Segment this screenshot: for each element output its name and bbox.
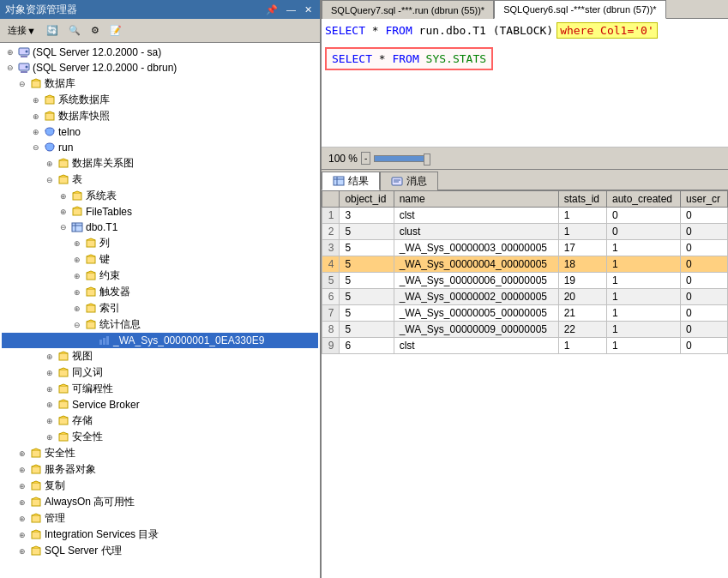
object-explorer-panel: 对象资源管理器 📌 — ✕ 连接 ▼ 🔄 🔍 ⚙ 📝 ⊕ — [0, 0, 322, 578]
expand-telno[interactable]: ⊕ — [29, 125, 43, 139]
expand-security[interactable]: ⊕ — [15, 447, 29, 461]
tree-item-dbo-t1[interactable]: ⊖ dbo.T1 — [2, 220, 318, 235]
svg-rect-7 — [45, 97, 54, 104]
explorer-toolbar: 连接 ▼ 🔄 🔍 ⚙ 📝 — [0, 19, 320, 43]
tree-item-statistics[interactable]: ⊖ 统计信息 — [2, 316, 318, 333]
tree-item-dbsnap[interactable]: ⊕ 数据库快照 — [2, 108, 318, 124]
tree-item-dbdiagram[interactable]: ⊕ 数据库关系图 — [2, 155, 318, 172]
filter-button[interactable]: 🔍 — [64, 22, 85, 39]
expand-storage[interactable]: ⊕ — [43, 414, 57, 428]
tree-item-server1[interactable]: ⊕ (SQL Server 12.0.2000 - sa) — [2, 45, 318, 60]
views-label: 视图 — [72, 349, 93, 364]
tab-results[interactable]: 结果 — [322, 172, 380, 190]
query-line1-prefix: SELECT * FROM run.dbo.T1 (TABLOCK) — [325, 24, 553, 37]
expand-views[interactable]: ⊕ — [43, 350, 57, 364]
tab-query7-label: SQLQuery7.sql -***.run (dbrun (55))* — [331, 5, 484, 15]
tree-item-keys[interactable]: ⊕ 键 — [2, 251, 318, 268]
expand-replication[interactable]: ⊕ — [15, 479, 29, 493]
tree-item-triggers[interactable]: ⊕ 触发器 — [2, 284, 318, 300]
pin-icon[interactable]: 📌 — [263, 4, 280, 15]
tree-item-integration[interactable]: ⊕ Integration Services 目录 — [2, 527, 318, 543]
expand-integration[interactable]: ⊕ — [15, 528, 29, 542]
tree-item-views[interactable]: ⊕ 视图 — [2, 348, 318, 364]
expand-indexes[interactable]: ⊕ — [70, 302, 84, 316]
tree-item-servicebroker[interactable]: ⊕ Service Broker — [2, 397, 318, 412]
expand-serverobj[interactable]: ⊕ — [15, 463, 29, 477]
tab-messages[interactable]: 消息 — [380, 172, 438, 190]
tree-item-systemdb[interactable]: ⊕ 系统数据库 — [2, 92, 318, 108]
expand-management[interactable]: ⊕ — [15, 512, 29, 526]
expand-security-run[interactable]: ⊕ — [43, 430, 57, 444]
new-query-button[interactable]: 📝 — [105, 22, 126, 39]
query-editor[interactable]: SELECT * FROM run.dbo.T1 (TABLOCK) where… — [322, 19, 728, 148]
keys-label: 键 — [99, 252, 110, 267]
expand-databases[interactable]: ⊖ — [15, 77, 29, 91]
expand-constraints[interactable]: ⊕ — [70, 269, 84, 283]
tree-item-programmability[interactable]: ⊕ 可编程性 — [2, 381, 318, 397]
expand-tables[interactable]: ⊖ — [43, 173, 57, 187]
tree-item-server2[interactable]: ⊖ (SQL Server 12.0.2000 - dbrun) — [2, 60, 318, 75]
expand-systables[interactable]: ⊕ — [57, 190, 70, 203]
programmability-label: 可编程性 — [72, 382, 113, 396]
tree-item-replication[interactable]: ⊕ 复制 — [2, 478, 318, 494]
tree-item-storage[interactable]: ⊕ 存储 — [2, 412, 318, 429]
svg-rect-6 — [32, 81, 40, 87]
tree-item-alwayson[interactable]: ⊕ AlwaysOn 高可用性 — [2, 494, 318, 510]
dbo-t1-icon — [70, 220, 84, 234]
expand-filetables[interactable]: ⊕ — [57, 205, 70, 219]
tab-query7[interactable]: SQLQuery7.sql -***.run (dbrun (55))* — [322, 0, 494, 19]
tree-item-sqlagent[interactable]: ⊕ SQL Server 代理 — [2, 543, 318, 559]
expand-statistics[interactable]: ⊖ — [70, 318, 84, 332]
tree-item-security-run[interactable]: ⊕ 安全性 — [2, 429, 318, 445]
expand-keys[interactable]: ⊕ — [70, 253, 84, 267]
tree-item-filetables[interactable]: ⊕ FileTables — [2, 204, 318, 220]
expand-systemdb[interactable]: ⊕ — [29, 93, 43, 107]
results-table: object_id name stats_id auto_created use… — [322, 190, 728, 354]
zoom-decrease-button[interactable]: - — [361, 152, 370, 165]
dbo-t1-label: dbo.T1 — [86, 221, 117, 233]
expand-alwayson[interactable]: ⊕ — [15, 496, 29, 509]
tree-item-telno[interactable]: ⊕ telno — [2, 124, 318, 140]
expand-cols[interactable]: ⊕ — [70, 237, 84, 250]
tree-item-cols[interactable]: ⊕ 列 — [2, 235, 318, 251]
col-stats-id: stats_id — [558, 191, 606, 208]
expand-dbdiagram[interactable]: ⊕ — [43, 157, 57, 171]
expand-run[interactable]: ⊖ — [29, 141, 43, 154]
expand-server1[interactable]: ⊕ — [3, 45, 17, 59]
messages-tab-icon — [391, 175, 403, 188]
views-icon — [57, 350, 70, 364]
expand-triggers[interactable]: ⊕ — [70, 286, 84, 299]
tree-item-stat1[interactable]: _WA_Sys_00000001_0EA330E9 — [2, 333, 318, 348]
refresh-button[interactable]: 🔄 — [42, 22, 63, 39]
tab-query6[interactable]: SQLQuery6.sql -***ster (dbrun (57))* — [494, 0, 666, 19]
expand-programmability[interactable]: ⊕ — [43, 382, 57, 396]
minimize-icon[interactable]: — — [284, 4, 298, 15]
telno-label: telno — [58, 126, 81, 138]
tree-item-constraints[interactable]: ⊕ 约束 — [2, 268, 318, 284]
tree-item-security[interactable]: ⊕ 安全性 — [2, 445, 318, 461]
zoom-thumb[interactable] — [424, 154, 430, 166]
properties-button[interactable]: ⚙ — [87, 22, 104, 39]
systables-icon — [70, 190, 84, 203]
tree-item-tables[interactable]: ⊖ 表 — [2, 172, 318, 188]
expand-synonyms[interactable]: ⊕ — [43, 366, 57, 380]
tree-item-run[interactable]: ⊖ run — [2, 140, 318, 155]
results-tab-icon — [333, 175, 345, 188]
expand-dbsnap[interactable]: ⊕ — [29, 110, 43, 123]
connect-button[interactable]: 连接 ▼ — [3, 21, 40, 39]
tree-item-serverobj[interactable]: ⊕ 服务器对象 — [2, 461, 318, 478]
tree-item-indexes[interactable]: ⊕ 索引 — [2, 300, 318, 316]
expand-server2[interactable]: ⊖ — [3, 61, 17, 75]
expand-sqlagent[interactable]: ⊕ — [15, 545, 29, 558]
close-icon[interactable]: ✕ — [302, 4, 315, 15]
tree-item-management[interactable]: ⊕ 管理 — [2, 510, 318, 527]
management-icon — [29, 512, 43, 526]
zoom-slider[interactable] — [374, 155, 425, 162]
expand-dbo-t1[interactable]: ⊖ — [57, 220, 70, 234]
keys-icon — [84, 253, 98, 267]
tree-item-systables[interactable]: ⊕ 系统表 — [2, 188, 318, 204]
tree-item-synonyms[interactable]: ⊕ 同义词 — [2, 364, 318, 381]
expand-servicebroker[interactable]: ⊕ — [43, 398, 57, 412]
col-rownum — [322, 191, 340, 208]
tree-item-databases[interactable]: ⊖ 数据库 — [2, 75, 318, 92]
